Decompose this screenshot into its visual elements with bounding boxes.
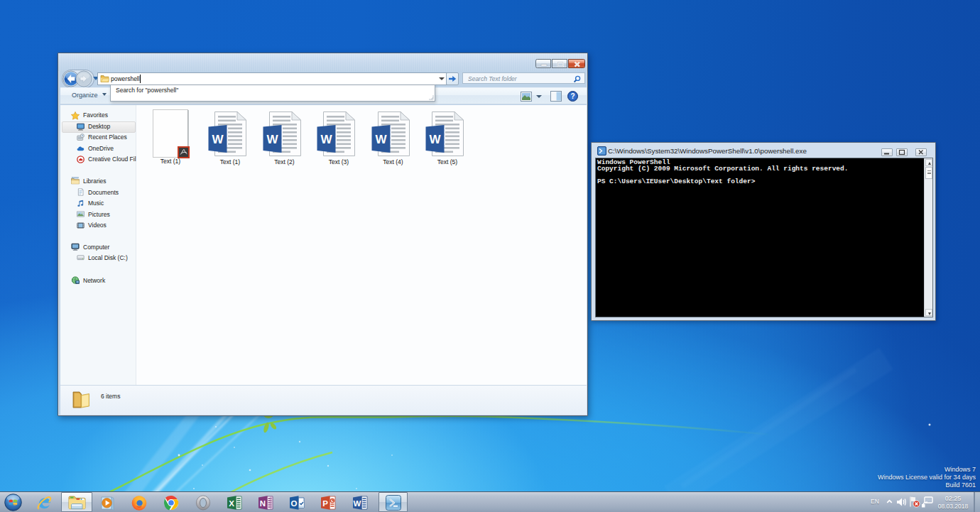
- svg-text:W: W: [354, 499, 361, 508]
- svg-text:?: ?: [570, 92, 575, 100]
- svg-text:O: O: [291, 499, 298, 508]
- svg-text:P: P: [322, 499, 328, 508]
- svg-text:N: N: [260, 499, 266, 508]
- svg-text:X: X: [229, 499, 234, 508]
